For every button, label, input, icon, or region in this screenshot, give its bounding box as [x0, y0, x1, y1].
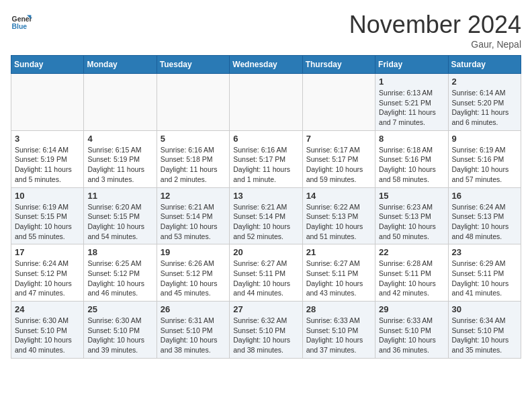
- calendar-day-cell: 3Sunrise: 6:14 AMSunset: 5:19 PMDaylight…: [11, 130, 84, 187]
- calendar-day-cell: 21Sunrise: 6:27 AMSunset: 5:11 PMDayligh…: [302, 244, 375, 302]
- day-number: 20: [233, 247, 298, 257]
- day-number: 13: [233, 191, 298, 201]
- day-number: 18: [87, 247, 152, 257]
- day-info: Sunrise: 6:28 AMSunset: 5:11 PMDaylight:…: [379, 259, 444, 298]
- day-number: 25: [87, 304, 152, 314]
- day-number: 16: [452, 191, 517, 201]
- day-number: 2: [452, 77, 517, 87]
- day-info: Sunrise: 6:32 AMSunset: 5:10 PMDaylight:…: [233, 316, 298, 355]
- day-number: 28: [306, 304, 371, 314]
- title-block: November 2024 Gaur, Nepal: [349, 11, 521, 50]
- day-info: Sunrise: 6:13 AMSunset: 5:21 PMDaylight:…: [379, 88, 444, 128]
- day-info: Sunrise: 6:21 AMSunset: 5:14 PMDaylight:…: [233, 202, 298, 242]
- calendar-day-cell: 26Sunrise: 6:31 AMSunset: 5:10 PMDayligh…: [157, 302, 229, 359]
- calendar-day-cell: 27Sunrise: 6:32 AMSunset: 5:10 PMDayligh…: [230, 302, 302, 359]
- day-number: 21: [306, 247, 371, 257]
- calendar-day-cell: 12Sunrise: 6:21 AMSunset: 5:14 PMDayligh…: [157, 187, 229, 244]
- weekday-header: Friday: [375, 56, 448, 74]
- calendar-day-cell: 20Sunrise: 6:27 AMSunset: 5:11 PMDayligh…: [230, 244, 302, 302]
- calendar-week-row: 1Sunrise: 6:13 AMSunset: 5:21 PMDaylight…: [11, 74, 521, 131]
- day-number: 27: [233, 304, 298, 314]
- day-number: 12: [161, 191, 226, 201]
- day-info: Sunrise: 6:14 AMSunset: 5:19 PMDaylight:…: [15, 145, 80, 185]
- calendar-day-cell: 8Sunrise: 6:18 AMSunset: 5:16 PMDaylight…: [375, 130, 448, 187]
- calendar-day-cell: [157, 74, 229, 131]
- calendar-day-cell: 6Sunrise: 6:16 AMSunset: 5:17 PMDaylight…: [230, 130, 302, 187]
- day-info: Sunrise: 6:23 AMSunset: 5:13 PMDaylight:…: [379, 202, 444, 242]
- day-number: 3: [15, 134, 80, 144]
- day-number: 29: [379, 304, 444, 314]
- calendar-day-cell: 28Sunrise: 6:33 AMSunset: 5:10 PMDayligh…: [302, 302, 375, 359]
- calendar-week-row: 3Sunrise: 6:14 AMSunset: 5:19 PMDaylight…: [11, 130, 521, 187]
- day-info: Sunrise: 6:30 AMSunset: 5:10 PMDaylight:…: [87, 316, 152, 355]
- calendar-day-cell: 14Sunrise: 6:22 AMSunset: 5:13 PMDayligh…: [302, 187, 375, 244]
- day-info: Sunrise: 6:26 AMSunset: 5:12 PMDaylight:…: [161, 259, 226, 298]
- day-info: Sunrise: 6:33 AMSunset: 5:10 PMDaylight:…: [306, 316, 371, 355]
- calendar-day-cell: 1Sunrise: 6:13 AMSunset: 5:21 PMDaylight…: [375, 74, 448, 131]
- day-number: 5: [161, 134, 226, 144]
- calendar-day-cell: 23Sunrise: 6:29 AMSunset: 5:11 PMDayligh…: [448, 244, 521, 302]
- calendar-day-cell: 9Sunrise: 6:19 AMSunset: 5:16 PMDaylight…: [448, 130, 521, 187]
- day-number: 17: [15, 247, 80, 257]
- day-info: Sunrise: 6:29 AMSunset: 5:11 PMDaylight:…: [452, 259, 517, 298]
- day-info: Sunrise: 6:19 AMSunset: 5:16 PMDaylight:…: [452, 145, 517, 185]
- day-number: 26: [161, 304, 226, 314]
- day-info: Sunrise: 6:34 AMSunset: 5:10 PMDaylight:…: [452, 316, 517, 355]
- calendar-day-cell: 4Sunrise: 6:15 AMSunset: 5:19 PMDaylight…: [84, 130, 157, 187]
- weekday-header: Thursday: [302, 56, 375, 74]
- day-number: 7: [306, 134, 371, 144]
- day-number: 6: [233, 134, 298, 144]
- calendar-day-cell: [302, 74, 375, 131]
- day-info: Sunrise: 6:15 AMSunset: 5:19 PMDaylight:…: [87, 145, 152, 185]
- day-info: Sunrise: 6:16 AMSunset: 5:17 PMDaylight:…: [233, 145, 298, 185]
- day-info: Sunrise: 6:24 AMSunset: 5:12 PMDaylight:…: [15, 259, 80, 298]
- logo: General Blue: [11, 11, 32, 32]
- day-info: Sunrise: 6:33 AMSunset: 5:10 PMDaylight:…: [379, 316, 444, 355]
- day-number: 1: [379, 77, 444, 87]
- weekday-header: Monday: [84, 56, 157, 74]
- day-number: 23: [452, 247, 517, 257]
- month-title: November 2024: [349, 11, 521, 39]
- day-number: 24: [15, 304, 80, 314]
- day-number: 15: [379, 191, 444, 201]
- calendar-day-cell: 18Sunrise: 6:25 AMSunset: 5:12 PMDayligh…: [84, 244, 157, 302]
- calendar-day-cell: 2Sunrise: 6:14 AMSunset: 5:20 PMDaylight…: [448, 74, 521, 131]
- calendar-day-cell: [84, 74, 157, 131]
- day-info: Sunrise: 6:22 AMSunset: 5:13 PMDaylight:…: [306, 202, 371, 242]
- calendar-day-cell: 10Sunrise: 6:19 AMSunset: 5:15 PMDayligh…: [11, 187, 84, 244]
- calendar-day-cell: 11Sunrise: 6:20 AMSunset: 5:15 PMDayligh…: [84, 187, 157, 244]
- weekday-header: Saturday: [448, 56, 521, 74]
- calendar-week-row: 17Sunrise: 6:24 AMSunset: 5:12 PMDayligh…: [11, 244, 521, 302]
- calendar-day-cell: 13Sunrise: 6:21 AMSunset: 5:14 PMDayligh…: [230, 187, 302, 244]
- calendar-table: SundayMondayTuesdayWednesdayThursdayFrid…: [11, 55, 521, 359]
- calendar-day-cell: 5Sunrise: 6:16 AMSunset: 5:18 PMDaylight…: [157, 130, 229, 187]
- day-number: 8: [379, 134, 444, 144]
- calendar-week-row: 10Sunrise: 6:19 AMSunset: 5:15 PMDayligh…: [11, 187, 521, 244]
- calendar-day-cell: 17Sunrise: 6:24 AMSunset: 5:12 PMDayligh…: [11, 244, 84, 302]
- day-number: 9: [452, 134, 517, 144]
- calendar-day-cell: 15Sunrise: 6:23 AMSunset: 5:13 PMDayligh…: [375, 187, 448, 244]
- day-number: 30: [452, 304, 517, 314]
- day-number: 19: [161, 247, 226, 257]
- calendar-day-cell: 19Sunrise: 6:26 AMSunset: 5:12 PMDayligh…: [157, 244, 229, 302]
- day-info: Sunrise: 6:20 AMSunset: 5:15 PMDaylight:…: [87, 202, 152, 242]
- calendar-day-cell: 24Sunrise: 6:30 AMSunset: 5:10 PMDayligh…: [11, 302, 84, 359]
- day-number: 4: [87, 134, 152, 144]
- calendar-day-cell: 29Sunrise: 6:33 AMSunset: 5:10 PMDayligh…: [375, 302, 448, 359]
- calendar-day-cell: [11, 74, 84, 131]
- calendar-week-row: 24Sunrise: 6:30 AMSunset: 5:10 PMDayligh…: [11, 302, 521, 359]
- day-info: Sunrise: 6:18 AMSunset: 5:16 PMDaylight:…: [379, 145, 444, 185]
- page-header: General Blue November 2024 Gaur, Nepal: [11, 11, 521, 50]
- weekday-header: Tuesday: [157, 56, 229, 74]
- day-info: Sunrise: 6:24 AMSunset: 5:13 PMDaylight:…: [452, 202, 517, 242]
- day-number: 14: [306, 191, 371, 201]
- day-info: Sunrise: 6:21 AMSunset: 5:14 PMDaylight:…: [161, 202, 226, 242]
- day-info: Sunrise: 6:31 AMSunset: 5:10 PMDaylight:…: [161, 316, 226, 355]
- calendar-day-cell: 22Sunrise: 6:28 AMSunset: 5:11 PMDayligh…: [375, 244, 448, 302]
- day-info: Sunrise: 6:25 AMSunset: 5:12 PMDaylight:…: [87, 259, 152, 298]
- day-number: 10: [15, 191, 80, 201]
- weekday-header: Wednesday: [230, 56, 302, 74]
- calendar-day-cell: 25Sunrise: 6:30 AMSunset: 5:10 PMDayligh…: [84, 302, 157, 359]
- day-info: Sunrise: 6:17 AMSunset: 5:17 PMDaylight:…: [306, 145, 371, 185]
- weekday-header: Sunday: [11, 56, 84, 74]
